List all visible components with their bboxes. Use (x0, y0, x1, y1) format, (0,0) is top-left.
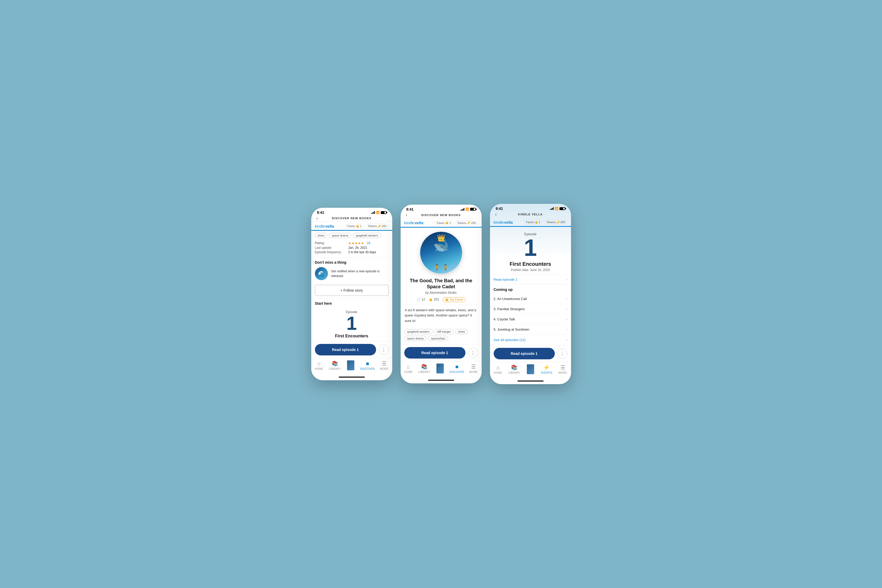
tag-spaceships-2[interactable]: spaceships (428, 336, 448, 341)
tab-library-2[interactable]: 📚 LIBRARY (418, 363, 431, 374)
nav-title-3: KINDLE VELLA (518, 213, 543, 216)
tag-elves-1[interactable]: elves (315, 233, 327, 238)
tab-book-2[interactable] (434, 363, 447, 374)
vella-brand-1: kindle vella (315, 224, 334, 228)
faves-badge-1: Faves 👑 1 (345, 224, 363, 228)
tag-spaghetti-2[interactable]: spaghetti western (404, 329, 432, 334)
phone-3: 9:41 📶 ‹ KINDLE VELLA kindle vella Faves (490, 204, 571, 384)
status-time-1: 9:41 (317, 210, 324, 214)
home-indicator-1 (339, 376, 365, 378)
tag-cliffhanger-2[interactable]: cliff hanger (434, 329, 454, 334)
tokens-count-1: 200 (381, 225, 386, 228)
tab-library-1[interactable]: 📚 LIBRARY (328, 360, 342, 370)
ep-num-big: 1 (524, 236, 537, 260)
key-icon-3: 🔑 (556, 221, 560, 224)
likes-icon: 👍 (429, 298, 432, 302)
tab-discover-1[interactable]: ■ DISCOVER (360, 361, 375, 370)
book-thumb-2 (436, 363, 444, 374)
back-button-3[interactable]: ‹ (494, 211, 498, 218)
more-options-button-3[interactable]: ⋮ (557, 349, 567, 358)
nav-title-2: DISCOVER NEW BOOKS (421, 213, 461, 217)
tab-more-2[interactable]: ☰ MORE (467, 363, 480, 374)
frequency-row: Episode frequency: 2 in the last 30 days (315, 250, 388, 254)
phones-container: 9:41 📶 ‹ DISCOVER NEW BOOKS kindle vella (311, 204, 571, 384)
tab-book-1[interactable] (344, 360, 357, 370)
chevron-right-icon: › (566, 277, 567, 282)
phone-content-2: 🐋 🧍 🧍 👑 The Good, The Bad, and the Space… (400, 228, 482, 344)
read-episode-link[interactable]: Read episode 1 › (490, 274, 571, 284)
episodes-icon: 📄 (417, 298, 420, 302)
tab-home-1[interactable]: ⌂ HOME (312, 361, 326, 370)
frequency-label: Episode frequency: (315, 250, 346, 254)
episode-item-5[interactable]: 5. Junebug at Sundown › (494, 324, 567, 334)
chevron-icon-ep5: › (566, 327, 567, 332)
bottom-actions-3: Read episode 1 ⋮ (490, 345, 571, 362)
tokens-count-2: 200 (471, 221, 476, 225)
status-icons-1: 📶 (371, 211, 387, 214)
tab-home-2[interactable]: ⌂ HOME (402, 364, 415, 374)
tag-spaghetti-1[interactable]: spaghetti western (353, 233, 381, 238)
discover-label-2: DISCOVER (450, 370, 464, 374)
library-icon-2: 📚 (421, 363, 428, 370)
chevron-icon-ep3: › (566, 307, 567, 311)
episode-item-3[interactable]: 3. Familial Strangers › (494, 304, 567, 314)
read-episode-button-3[interactable]: Read episode 1 (494, 348, 555, 359)
follow-story-button[interactable]: + Follow story (315, 285, 388, 296)
read-link-text: Read episode 1 (494, 278, 518, 282)
status-time-2: 9:41 (406, 207, 414, 212)
vella-text-1: vella (326, 224, 334, 228)
wifi-icon-1: 📶 (376, 211, 380, 214)
more-options-button-2[interactable]: ⋮ (468, 348, 478, 358)
signal-icon-1 (371, 211, 375, 214)
tags-row-1: elves space drama spaghetti western (311, 231, 392, 240)
read-episode-button-1[interactable]: Read episode 1 (315, 344, 376, 356)
vella-header-3: kindle vella Faves 👑 1 Tokens 🔑 200 (490, 218, 571, 227)
more-options-button-1[interactable]: ⋮ (379, 345, 388, 355)
tab-library-3[interactable]: 📚 LIBRARY (508, 364, 521, 374)
episode-number-1: 1 (346, 314, 357, 333)
battery-icon-2 (470, 208, 476, 211)
frequency-value: 2 in the last 30 days (348, 250, 376, 254)
back-button-2[interactable]: ‹ (405, 211, 408, 219)
wifi-icon-3: 📶 (555, 207, 558, 210)
vella-text-3: vella (504, 220, 513, 225)
status-icons-3: 📶 (550, 207, 565, 210)
tab-more-1[interactable]: ☰ MORE (378, 360, 391, 370)
signal-icon-2 (460, 208, 464, 211)
read-episode-button-2[interactable]: Read episode 1 (404, 347, 465, 358)
more-label-2: MORE (470, 370, 478, 374)
episode-item-4[interactable]: 4. Coyote Talk › (494, 314, 567, 324)
home-indicator-3 (518, 381, 544, 381)
vella-kindle-1: kindle (315, 224, 325, 228)
vella-text-2: vella (415, 220, 423, 225)
start-section: Start here Episode 1 First Encounters (311, 298, 392, 340)
tags-inner-2: spaghetti western cliff hanger elves spa… (404, 329, 478, 341)
tab-home-3[interactable]: ⌂ HOME (492, 364, 505, 374)
book-tags-2: spaghetti western cliff hanger elves spa… (400, 327, 482, 344)
phone-content-1: elves space drama spaghetti western Rati… (311, 231, 392, 341)
episode-item-3-name: 3. Familial Strangers (494, 307, 525, 311)
faves-label-1: Faves (347, 225, 355, 228)
episode-item-2[interactable]: 2. An Unwelcome Call › (494, 294, 567, 304)
see-all-episodes[interactable]: See all episodes (12) › (494, 334, 567, 344)
tag-spacedrama-1[interactable]: space drama (329, 233, 351, 238)
discover-icon-2: ■ (455, 364, 458, 370)
tab-shorts-3[interactable]: ⚡ SHORTS (540, 364, 553, 374)
signal-icon-3 (550, 207, 554, 210)
book-thumb-1 (347, 360, 354, 370)
tag-spacedrama-2[interactable]: space drama (404, 336, 427, 341)
tab-book-3[interactable] (524, 364, 537, 374)
back-button-1[interactable]: ‹ (315, 214, 319, 222)
tab-discover-2[interactable]: ■ DISCOVER (450, 364, 464, 374)
tab-more-3[interactable]: ☰ MORE (556, 364, 570, 374)
vella-kindle-2: kindle (404, 220, 414, 225)
tag-elves-2[interactable]: elves (455, 329, 468, 334)
book-author: by Abomination Studio (406, 291, 476, 294)
bottom-actions-1: Read episode 1 ⋮ (311, 341, 392, 358)
stars: ★★★★★ (348, 241, 364, 245)
library-label-1: LIBRARY (329, 368, 341, 370)
shorts-label-3: SHORTS (541, 371, 552, 374)
wifi-icon-2: 📶 (465, 207, 469, 211)
crown-icon-3: 👑 (535, 221, 538, 224)
status-bar-1: 9:41 📶 (311, 208, 392, 216)
